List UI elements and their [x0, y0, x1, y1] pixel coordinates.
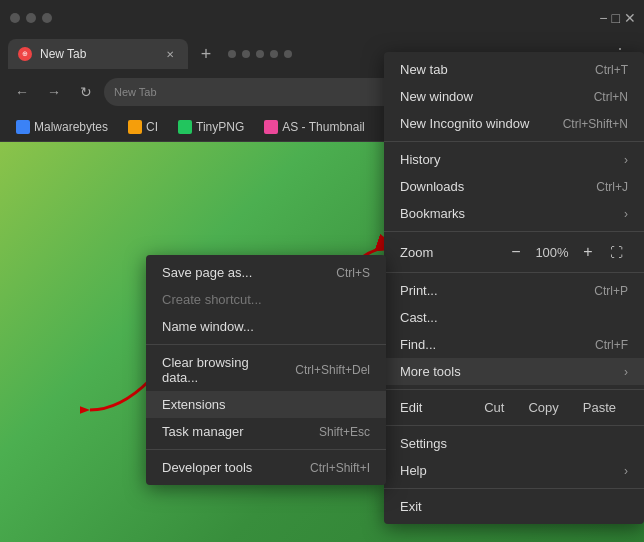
menu-more-tools[interactable]: More tools ›: [384, 358, 644, 385]
copy-button[interactable]: Copy: [516, 398, 570, 417]
maximize-button[interactable]: □: [612, 10, 620, 26]
address-text: New Tab: [114, 86, 157, 98]
bookmark-label-tinypng: TinyPNG: [196, 120, 244, 134]
save-page-label: Save page as...: [162, 265, 320, 280]
refresh-button[interactable]: ↻: [72, 78, 100, 106]
minimize-button[interactable]: −: [599, 10, 607, 26]
more-tools-extensions[interactable]: Extensions: [146, 391, 386, 418]
divider5: [384, 425, 644, 426]
dot5: [284, 50, 292, 58]
menu-incognito[interactable]: New Incognito window Ctrl+Shift+N: [384, 110, 644, 137]
menu-history-label: History: [400, 152, 616, 167]
more-tools-clear-browsing[interactable]: Clear browsing data... Ctrl+Shift+Del: [146, 349, 386, 391]
divider3: [384, 272, 644, 273]
menu-cast[interactable]: Cast...: [384, 304, 644, 331]
menu-print[interactable]: Print... Ctrl+P: [384, 277, 644, 304]
dot3: [256, 50, 264, 58]
devtools-shortcut: Ctrl+Shift+I: [310, 461, 370, 475]
menu-incognito-shortcut: Ctrl+Shift+N: [563, 117, 628, 131]
fullscreen-button[interactable]: ⛶: [604, 240, 628, 264]
menu-print-label: Print...: [400, 283, 578, 298]
bookmark-label-malwarebytes: Malwarebytes: [34, 120, 108, 134]
name-window-label: Name window...: [162, 319, 370, 334]
menu-new-tab[interactable]: New tab Ctrl+T: [384, 56, 644, 83]
menu-bookmarks[interactable]: Bookmarks ›: [384, 200, 644, 227]
close-button[interactable]: ✕: [624, 10, 636, 26]
bookmark-tinypng[interactable]: TinyPNG: [170, 118, 252, 136]
bookmark-favicon-as: [264, 120, 278, 134]
menu-find[interactable]: Find... Ctrl+F: [384, 331, 644, 358]
title-bar-right: − □ ✕: [599, 10, 636, 26]
menu-settings-label: Settings: [400, 436, 628, 451]
menu-help-arrow: ›: [624, 464, 628, 478]
clear-browsing-shortcut: Ctrl+Shift+Del: [295, 363, 370, 377]
new-tab-button[interactable]: +: [192, 40, 220, 68]
menu-new-window[interactable]: New window Ctrl+N: [384, 83, 644, 110]
menu-bookmarks-label: Bookmarks: [400, 206, 616, 221]
app-icon: [10, 13, 20, 23]
menu-more-tools-arrow: ›: [624, 365, 628, 379]
more-tools-menu: Save page as... Ctrl+S Create shortcut..…: [146, 255, 386, 485]
menu-downloads[interactable]: Downloads Ctrl+J: [384, 173, 644, 200]
menu-downloads-label: Downloads: [400, 179, 580, 194]
zoom-plus-button[interactable]: +: [576, 240, 600, 264]
menu-more-tools-label: More tools: [400, 364, 616, 379]
title-bar-left: [8, 11, 54, 25]
more-tools-name-window[interactable]: Name window...: [146, 313, 386, 340]
menu-settings[interactable]: Settings: [384, 430, 644, 457]
more-tools-divider1: [146, 344, 386, 345]
more-tools-task-manager[interactable]: Task manager Shift+Esc: [146, 418, 386, 445]
menu-new-tab-shortcut: Ctrl+T: [595, 63, 628, 77]
create-shortcut-label: Create shortcut...: [162, 292, 370, 307]
save-page-shortcut: Ctrl+S: [336, 266, 370, 280]
devtools-label: Developer tools: [162, 460, 294, 475]
zoom-row: Zoom − 100% + ⛶: [384, 236, 644, 268]
menu-print-shortcut: Ctrl+P: [594, 284, 628, 298]
menu-new-window-label: New window: [400, 89, 578, 104]
more-tools-divider2: [146, 449, 386, 450]
dot4: [270, 50, 278, 58]
menu-find-shortcut: Ctrl+F: [595, 338, 628, 352]
bookmark-favicon-tinypng: [178, 120, 192, 134]
active-tab[interactable]: ⊕ New Tab ✕: [8, 39, 188, 69]
menu-history-arrow: ›: [624, 153, 628, 167]
menu-incognito-label: New Incognito window: [400, 116, 547, 131]
back-button[interactable]: ←: [8, 78, 36, 106]
tab-extras: [228, 50, 292, 58]
clear-browsing-label: Clear browsing data...: [162, 355, 279, 385]
menu-new-window-shortcut: Ctrl+N: [594, 90, 628, 104]
paste-button[interactable]: Paste: [571, 398, 628, 417]
dot1: [228, 50, 236, 58]
menu-downloads-shortcut: Ctrl+J: [596, 180, 628, 194]
more-tools-devtools[interactable]: Developer tools Ctrl+Shift+I: [146, 454, 386, 481]
tab-close-button[interactable]: ✕: [162, 46, 178, 62]
task-manager-label: Task manager: [162, 424, 303, 439]
zoom-controls: − 100% + ⛶: [504, 240, 628, 264]
bookmark-favicon-malwarebytes: [16, 120, 30, 134]
bookmark-as-thumbnail[interactable]: AS - Thumbnail: [256, 118, 372, 136]
more-tools-save-page[interactable]: Save page as... Ctrl+S: [146, 259, 386, 286]
edit-label: Edit: [400, 400, 472, 415]
dot2: [242, 50, 250, 58]
zoom-minus-button[interactable]: −: [504, 240, 528, 264]
divider2: [384, 231, 644, 232]
divider1: [384, 141, 644, 142]
menu-new-tab-label: New tab: [400, 62, 579, 77]
cut-button[interactable]: Cut: [472, 398, 516, 417]
menu-bookmarks-arrow: ›: [624, 207, 628, 221]
title-bar: − □ ✕: [0, 0, 644, 36]
menu-exit[interactable]: Exit: [384, 493, 644, 520]
menu-help[interactable]: Help ›: [384, 457, 644, 484]
bookmark-label-as: AS - Thumbnail: [282, 120, 364, 134]
app-icon3: [42, 13, 52, 23]
more-tools-create-shortcut[interactable]: Create shortcut...: [146, 286, 386, 313]
menu-history[interactable]: History ›: [384, 146, 644, 173]
bookmark-ci[interactable]: CI: [120, 118, 166, 136]
forward-button[interactable]: →: [40, 78, 68, 106]
divider4: [384, 389, 644, 390]
menu-find-label: Find...: [400, 337, 579, 352]
edit-row: Edit Cut Copy Paste: [384, 394, 644, 421]
tab-favicon: ⊕: [18, 47, 32, 61]
bookmark-malwarebytes[interactable]: Malwarebytes: [8, 118, 116, 136]
bookmark-label-ci: CI: [146, 120, 158, 134]
